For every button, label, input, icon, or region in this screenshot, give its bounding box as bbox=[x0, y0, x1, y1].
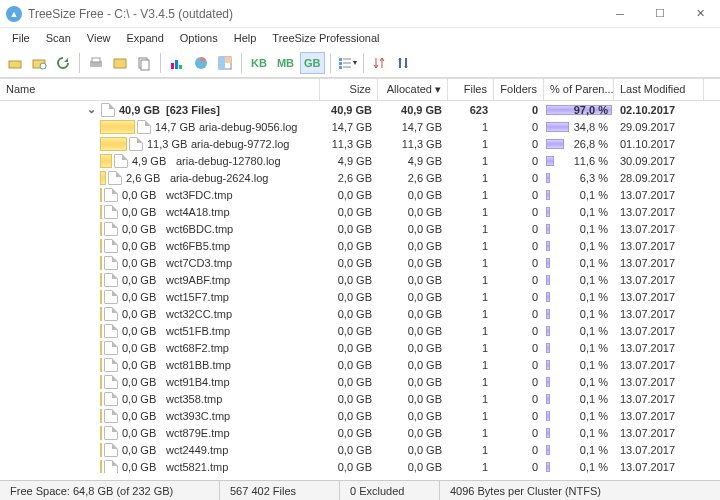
treemap-icon[interactable] bbox=[214, 52, 236, 74]
menu-view[interactable]: View bbox=[79, 30, 119, 46]
row-folders: 0 bbox=[494, 342, 544, 354]
row-lm: 13.07.2017 bbox=[614, 274, 704, 286]
maximize-button[interactable]: ☐ bbox=[640, 0, 680, 28]
toolbar: KB MB GB ▾ bbox=[0, 48, 720, 78]
svg-rect-7 bbox=[141, 60, 149, 70]
row-folders: 0 bbox=[494, 121, 544, 133]
table-row[interactable]: 14,7 GB aria-debug-9056.log14,7 GB14,7 G… bbox=[0, 118, 720, 135]
unit-kb-button[interactable]: KB bbox=[247, 52, 271, 74]
col-files[interactable]: Files bbox=[448, 79, 494, 100]
table-row[interactable]: 0,0 GB wct9ABF.tmp0,0 GB0,0 GB100,1 %13.… bbox=[0, 271, 720, 288]
menu-file[interactable]: File bbox=[4, 30, 38, 46]
scan-drive-button[interactable] bbox=[4, 52, 26, 74]
status-cluster: 4096 Bytes per Cluster (NTFS) bbox=[440, 481, 720, 500]
svg-point-2 bbox=[40, 63, 46, 69]
menu-scan[interactable]: Scan bbox=[38, 30, 79, 46]
summary-lm: 02.10.2017 bbox=[614, 104, 704, 116]
row-lm: 13.07.2017 bbox=[614, 291, 704, 303]
col-lastmodified[interactable]: Last Modified bbox=[614, 79, 704, 100]
table-row[interactable]: 0,0 GB wct32CC.tmp0,0 GB0,0 GB100,1 %13.… bbox=[0, 305, 720, 322]
menu-expand[interactable]: Expand bbox=[118, 30, 171, 46]
size-bar bbox=[100, 273, 102, 287]
table-row[interactable]: 0,0 GB wct358.tmp0,0 GB0,0 GB100,1 %13.0… bbox=[0, 390, 720, 407]
table-row[interactable]: 0,0 GB wct6FB5.tmp0,0 GB0,0 GB100,1 %13.… bbox=[0, 237, 720, 254]
col-allocated[interactable]: Allocated ▾ bbox=[378, 79, 448, 100]
column-headers[interactable]: Name Size Allocated ▾ Files Folders % of… bbox=[0, 79, 720, 101]
minimize-button[interactable]: ─ bbox=[600, 0, 640, 28]
table-row[interactable]: 0,0 GB wct6BDC.tmp0,0 GB0,0 GB100,1 %13.… bbox=[0, 220, 720, 237]
row-lm: 13.07.2017 bbox=[614, 240, 704, 252]
table-row[interactable]: 2,6 GB aria-debug-2624.log2,6 GB2,6 GB10… bbox=[0, 169, 720, 186]
file-tree[interactable]: Name Size Allocated ▾ Files Folders % of… bbox=[0, 78, 720, 473]
file-icon bbox=[104, 443, 118, 457]
row-files: 1 bbox=[448, 291, 494, 303]
row-size: 0,0 GB bbox=[320, 359, 378, 371]
row-lm: 13.07.2017 bbox=[614, 359, 704, 371]
col-folders[interactable]: Folders bbox=[494, 79, 544, 100]
row-filename: wct4A18.tmp bbox=[166, 206, 230, 218]
row-pct: 0,1 % bbox=[544, 189, 614, 201]
file-icon bbox=[104, 341, 118, 355]
filter-button[interactable] bbox=[393, 52, 415, 74]
row-size-label: 0,0 GB bbox=[122, 410, 166, 422]
table-row[interactable]: 0,0 GB wct4A18.tmp0,0 GB0,0 GB100,1 %13.… bbox=[0, 203, 720, 220]
row-pct: 0,1 % bbox=[544, 427, 614, 439]
table-row[interactable]: 4,9 GB aria-debug-12780.log4,9 GB4,9 GB1… bbox=[0, 152, 720, 169]
col-percent[interactable]: % of Paren... bbox=[544, 79, 614, 100]
row-files: 1 bbox=[448, 189, 494, 201]
close-button[interactable]: ✕ bbox=[680, 0, 720, 28]
row-files: 1 bbox=[448, 155, 494, 167]
statusbar: Free Space: 64,8 GB (of 232 GB) 567 402 … bbox=[0, 480, 720, 500]
row-size: 0,0 GB bbox=[320, 240, 378, 252]
col-size[interactable]: Size bbox=[320, 79, 378, 100]
unit-mb-button[interactable]: MB bbox=[273, 52, 298, 74]
summary-files: 623 bbox=[448, 104, 494, 116]
size-bar bbox=[100, 324, 102, 338]
row-filename: wct81BB.tmp bbox=[166, 359, 231, 371]
table-row[interactable]: 0,0 GB wct7CD3.tmp0,0 GB0,0 GB100,1 %13.… bbox=[0, 254, 720, 271]
table-row[interactable]: 0,0 GB wct5821.tmp0,0 GB0,0 GB100,1 %13.… bbox=[0, 458, 720, 473]
svg-rect-17 bbox=[339, 66, 342, 69]
row-pct: 0,1 % bbox=[544, 359, 614, 371]
view-options-button[interactable]: ▾ bbox=[336, 52, 358, 74]
print-button[interactable] bbox=[85, 52, 107, 74]
table-row[interactable]: 0,0 GB wct91B4.tmp0,0 GB0,0 GB100,1 %13.… bbox=[0, 373, 720, 390]
row-size-label: 0,0 GB bbox=[122, 427, 166, 439]
col-name[interactable]: Name bbox=[0, 79, 320, 100]
row-alloc: 0,0 GB bbox=[378, 257, 448, 269]
scan-folder-button[interactable] bbox=[28, 52, 50, 74]
open-explorer-button[interactable] bbox=[109, 52, 131, 74]
row-size-label: 0,0 GB bbox=[122, 223, 166, 235]
row-size-label: 0,0 GB bbox=[122, 444, 166, 456]
row-files: 1 bbox=[448, 410, 494, 422]
table-row[interactable]: 0,0 GB wct51FB.tmp0,0 GB0,0 GB100,1 %13.… bbox=[0, 322, 720, 339]
row-files: 1 bbox=[448, 444, 494, 456]
row-pct: 0,1 % bbox=[544, 240, 614, 252]
menu-options[interactable]: Options bbox=[172, 30, 226, 46]
table-row[interactable]: 0,0 GB wct879E.tmp0,0 GB0,0 GB100,1 %13.… bbox=[0, 424, 720, 441]
summary-row[interactable]: ⌄ 40,9 GB [623 Files] 40,9 GB 40,9 GB 62… bbox=[0, 101, 720, 118]
menu-treesize-professional[interactable]: TreeSize Professional bbox=[264, 30, 387, 46]
table-row[interactable]: 0,0 GB wct68F2.tmp0,0 GB0,0 GB100,1 %13.… bbox=[0, 339, 720, 356]
table-row[interactable]: 0,0 GB wct15F7.tmp0,0 GB0,0 GB100,1 %13.… bbox=[0, 288, 720, 305]
table-row[interactable]: 0,0 GB wct2449.tmp0,0 GB0,0 GB100,1 %13.… bbox=[0, 441, 720, 458]
row-folders: 0 bbox=[494, 308, 544, 320]
table-row[interactable]: 0,0 GB wct3FDC.tmp0,0 GB0,0 GB100,1 %13.… bbox=[0, 186, 720, 203]
chart-icon[interactable] bbox=[166, 52, 188, 74]
file-icon bbox=[104, 409, 118, 423]
row-pct: 11,6 % bbox=[544, 155, 614, 167]
refresh-button[interactable] bbox=[52, 52, 74, 74]
sort-button[interactable] bbox=[369, 52, 391, 74]
row-size-label: 0,0 GB bbox=[122, 359, 166, 371]
table-row[interactable]: 0,0 GB wct393C.tmp0,0 GB0,0 GB100,1 %13.… bbox=[0, 407, 720, 424]
copy-button[interactable] bbox=[133, 52, 155, 74]
menu-help[interactable]: Help bbox=[226, 30, 265, 46]
pie-icon[interactable] bbox=[190, 52, 212, 74]
table-row[interactable]: 0,0 GB wct81BB.tmp0,0 GB0,0 GB100,1 %13.… bbox=[0, 356, 720, 373]
file-icon bbox=[104, 205, 118, 219]
collapse-icon[interactable]: ⌄ bbox=[86, 103, 97, 116]
row-files: 1 bbox=[448, 172, 494, 184]
row-lm: 30.09.2017 bbox=[614, 155, 704, 167]
unit-gb-button[interactable]: GB bbox=[300, 52, 325, 74]
table-row[interactable]: 11,3 GB aria-debug-9772.log11,3 GB11,3 G… bbox=[0, 135, 720, 152]
